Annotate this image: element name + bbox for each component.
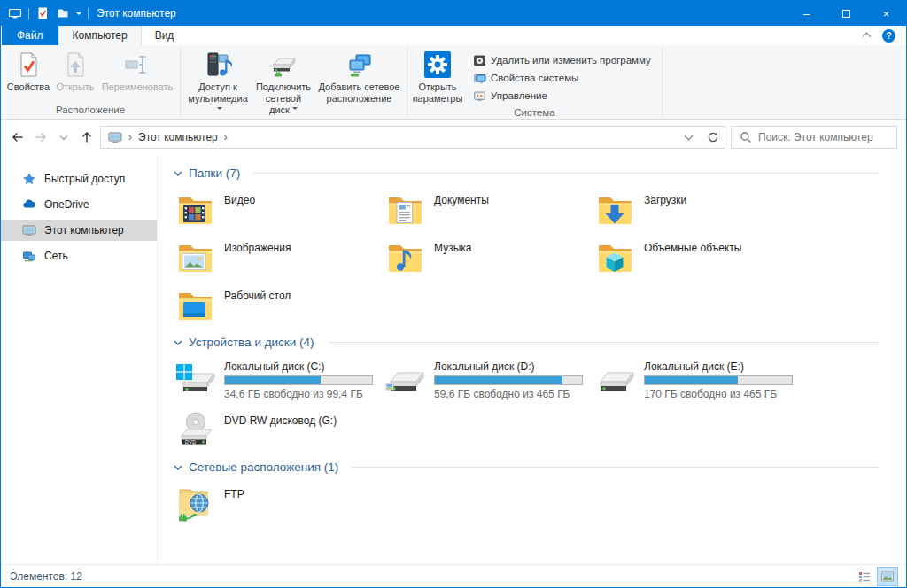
local-drive-icon: [384, 358, 426, 400]
folder-item-pictures[interactable]: Изображения: [174, 236, 384, 279]
media-server-icon: [204, 50, 232, 79]
thumbnails-view-button[interactable]: [878, 568, 897, 585]
search-box[interactable]: [731, 126, 897, 149]
help-icon[interactable]: ?: [882, 29, 895, 43]
tab-computer[interactable]: Компьютер: [58, 26, 142, 45]
chevron-down-icon: [60, 132, 67, 139]
item-label: Объемные объекты: [644, 236, 741, 279]
manage-button[interactable]: Управление: [468, 87, 656, 104]
drive-usage-bar: [644, 375, 793, 385]
details-view-button[interactable]: [855, 568, 874, 585]
drive-free-space: 170 ГБ свободно из 465 ГБ: [644, 388, 793, 400]
folder-item-desktop[interactable]: Рабочий стол: [174, 284, 384, 327]
qat-new-folder-icon[interactable]: [56, 6, 70, 20]
breadcrumb-chevron[interactable]: ›: [224, 131, 228, 143]
media-access-button[interactable]: Доступ к мультимедиа: [184, 48, 252, 118]
breadcrumb: › Этот компьютер ›: [101, 130, 235, 144]
open-settings-label: Открыть параметры: [413, 81, 463, 104]
sidebar-item-this-pc[interactable]: Этот компьютер: [1, 220, 157, 241]
properties-button[interactable]: Свойства: [4, 48, 52, 95]
this-pc-icon[interactable]: [108, 130, 122, 144]
sidebar-item-quick-access[interactable]: Быстрый доступ: [1, 168, 157, 190]
drive-item-dvd[interactable]: DVD DVD RW дисковод (G:): [174, 409, 880, 452]
item-label: Музыка: [434, 236, 471, 279]
system-menu-computer-icon[interactable]: [8, 6, 22, 20]
breadcrumb-root[interactable]: Этот компьютер: [138, 131, 218, 143]
explorer-window: Этот компьютер – × Файл Компьютер Вид ? …: [0, 0, 907, 588]
ribbon-tab-strip: Файл Компьютер Вид ?: [1, 26, 906, 45]
item-label: Документы: [434, 189, 489, 231]
previous-locations-caret[interactable]: [677, 127, 701, 148]
cloud-icon: [22, 197, 36, 212]
recent-locations-caret[interactable]: [52, 126, 75, 149]
minimize-button[interactable]: –: [787, 1, 826, 26]
breadcrumb-chevron: ›: [128, 131, 132, 143]
drive-info: Локальный диск (E:) 170 ГБ свободно из 4…: [644, 358, 793, 400]
back-button[interactable]: [6, 126, 29, 149]
titlebar[interactable]: Этот компьютер – ×: [1, 1, 906, 26]
address-bar[interactable]: › Этот компьютер ›: [100, 126, 725, 149]
section-header-folders[interactable]: Папки (7): [174, 166, 880, 180]
drive-item-d[interactable]: Локальный диск (D:) 59,6 ГБ свободно из …: [384, 358, 593, 400]
folder-item-videos[interactable]: Видео: [174, 189, 384, 231]
tab-view[interactable]: Вид: [142, 26, 188, 45]
downloads-folder-icon: [593, 189, 636, 231]
drive-item-e[interactable]: Локальный диск (E:) 170 ГБ свободно из 4…: [593, 358, 803, 400]
qat-properties-icon[interactable]: [35, 6, 50, 20]
details-view-icon: [857, 569, 872, 584]
item-label: DVD RW дисковод (G:): [224, 409, 337, 452]
drive-info: Локальный диск (C:) 34,6 ГБ свободно из …: [224, 358, 373, 400]
address-bar-buttons: [677, 127, 725, 148]
maximize-icon: [842, 10, 850, 18]
main-area: Быстрый доступ OneDrive Этот компьютер С…: [1, 154, 906, 564]
open-button[interactable]: Открыть: [52, 48, 98, 95]
map-network-drive-button[interactable]: Подключить сетевой диск: [252, 48, 315, 118]
drive-usage-bar: [434, 375, 583, 385]
folder-item-music[interactable]: Музыка: [384, 236, 593, 279]
section-header-network-locations[interactable]: Сетевые расположения (1): [174, 460, 880, 474]
qat-separator: [28, 8, 29, 19]
up-button[interactable]: [75, 126, 98, 149]
network-icon: [22, 249, 36, 263]
system-monitor-icon: [473, 72, 486, 85]
desktop-folder-icon: [174, 284, 216, 327]
sidebar-item-network[interactable]: Сеть: [1, 245, 157, 267]
close-button[interactable]: ×: [866, 1, 906, 26]
network-item-ftp[interactable]: FTP: [174, 483, 880, 525]
refresh-button[interactable]: [701, 127, 725, 148]
ftp-network-folder-icon: [174, 483, 216, 525]
system-properties-label: Свойства системы: [491, 73, 578, 83]
rename-button[interactable]: Переименовать: [98, 48, 176, 95]
item-label: FTP: [224, 483, 244, 525]
search-icon: [740, 131, 752, 143]
add-network-location-button[interactable]: Добавить сетевое расположение: [315, 48, 403, 106]
folder-item-3d-objects[interactable]: Объемные объекты: [593, 236, 803, 279]
maximize-button[interactable]: [826, 1, 866, 26]
drive-item-c[interactable]: Локальный диск (C:) 34,6 ГБ свободно из …: [174, 358, 384, 400]
sidebar-label: Этот компьютер: [44, 224, 124, 236]
system-properties-button[interactable]: Свойства системы: [468, 69, 656, 87]
manage-label: Управление: [491, 90, 547, 101]
folder-item-downloads[interactable]: Загрузки: [593, 189, 803, 231]
items-count: Элементов: 12: [10, 570, 82, 583]
search-input[interactable]: [758, 131, 888, 143]
drive-name: Локальный диск (D:): [434, 360, 583, 373]
section-header-drives[interactable]: Устройства и диски (4): [174, 336, 880, 349]
open-settings-button[interactable]: Открыть параметры: [411, 48, 464, 106]
chevron-down-icon: [174, 338, 182, 347]
item-label: Изображения: [224, 236, 291, 279]
window-controls: – ×: [787, 1, 906, 26]
forward-button[interactable]: [29, 126, 52, 149]
section-title: Сетевые расположения (1): [189, 460, 338, 474]
rename-icon: [123, 50, 151, 79]
computer-icon: [22, 223, 36, 237]
qat-customize-caret-icon[interactable]: [76, 12, 81, 18]
sidebar-item-onedrive[interactable]: OneDrive: [1, 194, 157, 215]
uninstall-program-button[interactable]: Удалить или изменить программу: [468, 51, 656, 69]
folder-item-documents[interactable]: Документы: [384, 189, 593, 231]
dvd-drive-icon: DVD: [174, 409, 216, 452]
tab-file[interactable]: Файл: [2, 26, 58, 45]
map-network-drive-caret-icon: [292, 107, 298, 112]
item-label: Загрузки: [644, 189, 686, 231]
collapse-ribbon-icon[interactable]: [863, 33, 872, 42]
